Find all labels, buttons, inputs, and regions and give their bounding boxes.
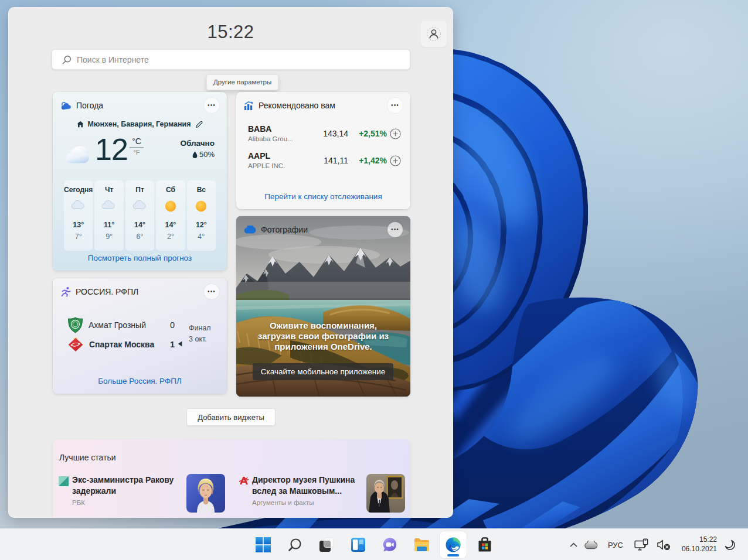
edge-button[interactable] bbox=[440, 531, 467, 558]
sports-more-link[interactable]: Больше Россия. РФПЛ bbox=[53, 377, 227, 385]
edge-icon bbox=[445, 537, 461, 553]
unit-fahrenheit[interactable]: °F bbox=[130, 148, 144, 156]
profile-avatar-button[interactable] bbox=[421, 21, 447, 47]
start-button[interactable] bbox=[250, 531, 277, 558]
photos-widget[interactable]: Фотографии ••• Оживите воспоминания, заг… bbox=[236, 216, 410, 397]
sports-title: РОССИЯ. РФПЛ bbox=[76, 287, 138, 296]
article-thumbnail bbox=[366, 474, 405, 513]
match-date: 3 окт. bbox=[189, 335, 211, 343]
cloudy-icon bbox=[71, 199, 86, 213]
aif-logo bbox=[239, 476, 249, 485]
tray-onedrive-button[interactable] bbox=[580, 535, 601, 554]
weather-cloud-icon bbox=[60, 101, 72, 110]
spartak-logo bbox=[67, 337, 84, 352]
forecast-day[interactable]: Сб 14° 2° bbox=[156, 180, 185, 251]
sports-widget[interactable]: РОССИЯ. РФПЛ ••• Ахмат Грозный 0 Спартак… bbox=[53, 278, 227, 394]
tray-date: 06.10.2021 bbox=[671, 544, 717, 554]
chat-icon bbox=[382, 537, 398, 553]
precipitation: 50% bbox=[199, 150, 215, 159]
add-to-watchlist-icon[interactable] bbox=[390, 128, 401, 139]
match-status: Финал bbox=[189, 324, 211, 332]
team1-name: Ахмат Грозный bbox=[89, 320, 165, 330]
weather-widget[interactable]: Погода ••• Мюнхен, Бавария, Германия bbox=[53, 92, 227, 271]
forecast-day[interactable]: Чт 11° 9° bbox=[94, 180, 123, 251]
moon-icon bbox=[725, 539, 736, 551]
team1-score: 0 bbox=[170, 320, 175, 330]
taskbar: РУС 15:22 06.10.2021 bbox=[0, 528, 748, 560]
task-view-icon bbox=[318, 537, 335, 553]
weather-more-button[interactable]: ••• bbox=[204, 98, 219, 113]
store-button[interactable] bbox=[471, 531, 498, 558]
store-icon bbox=[477, 537, 493, 553]
taskbar-search-button[interactable] bbox=[281, 531, 308, 558]
tray-focus-assist-button[interactable] bbox=[719, 535, 740, 554]
weather-location: Мюнхен, Бавария, Германия bbox=[87, 120, 191, 128]
widgets-button[interactable] bbox=[345, 531, 372, 558]
more-options-tooltip: Другие параметры bbox=[206, 74, 278, 90]
sunny-icon bbox=[164, 199, 178, 213]
stocks-more-button[interactable]: ••• bbox=[387, 98, 403, 113]
tray-language-button[interactable]: РУС bbox=[604, 535, 627, 554]
web-search-bar[interactable] bbox=[52, 49, 410, 70]
tray-time: 15:22 bbox=[671, 535, 717, 544]
edit-pencil-icon[interactable] bbox=[195, 121, 203, 128]
current-weather-cloud bbox=[65, 145, 93, 165]
tray-network-button[interactable] bbox=[630, 535, 652, 554]
taskbar-search-icon bbox=[287, 537, 302, 552]
weather-title: Погода bbox=[76, 101, 103, 110]
cloudy-icon bbox=[101, 199, 117, 213]
panel-clock: 15:22 bbox=[8, 22, 453, 43]
sports-more-button[interactable]: ••• bbox=[204, 284, 219, 299]
task-view-button[interactable] bbox=[313, 531, 340, 558]
droplet-icon bbox=[192, 151, 198, 158]
download-mobile-app-button[interactable]: Скачайте мобильное приложение bbox=[253, 363, 393, 380]
add-widgets-button[interactable]: Добавить виджеты bbox=[186, 408, 276, 426]
forecast-day[interactable]: Сегодня 13° 7° bbox=[64, 180, 93, 251]
match-team-row[interactable]: Ахмат Грозный 0 bbox=[67, 317, 165, 333]
article-thumbnail bbox=[186, 474, 225, 513]
file-explorer-button[interactable] bbox=[408, 531, 435, 558]
news-article[interactable]: Экс-замминистра Ракову задержали РБК bbox=[59, 474, 225, 515]
photos-title: Фотографии bbox=[261, 225, 308, 234]
current-temp: 12 bbox=[95, 132, 128, 167]
weather-location-row[interactable]: Мюнхен, Бавария, Германия bbox=[53, 120, 227, 128]
file-explorer-icon bbox=[413, 537, 430, 552]
team2-name: Спартак Москва bbox=[89, 340, 165, 349]
cloudy-icon bbox=[132, 199, 148, 213]
team2-score: 1 bbox=[170, 340, 175, 349]
network-monitor-icon bbox=[634, 538, 649, 551]
stocks-watchlist-link[interactable]: Перейти к списку отслеживания bbox=[236, 192, 410, 201]
volume-muted-icon bbox=[657, 539, 671, 551]
forecast-row: Сегодня 13° 7° Чт 11° 9° Пт 1 bbox=[64, 180, 216, 251]
news-article[interactable]: Директор музея Пушкина вслед за Машковым… bbox=[239, 474, 405, 515]
stocks-chart-icon bbox=[244, 101, 254, 111]
widgets-icon bbox=[350, 537, 366, 553]
match-team-row[interactable]: Спартак Москва 1 bbox=[67, 336, 165, 352]
search-input[interactable] bbox=[77, 55, 382, 64]
stocks-widget[interactable]: Рекомендовано вам ••• BABA Alibaba Grou.… bbox=[236, 92, 410, 209]
chat-button[interactable] bbox=[376, 531, 403, 558]
add-to-watchlist-icon[interactable] bbox=[390, 155, 401, 166]
windows-logo-icon bbox=[255, 537, 271, 553]
winner-indicator-icon bbox=[178, 341, 182, 347]
stock-row[interactable]: BABA Alibaba Grou... 143,14 +2,51% bbox=[248, 124, 401, 144]
search-icon bbox=[62, 55, 72, 64]
person-icon bbox=[425, 25, 443, 43]
forecast-day[interactable]: Пт 14° 6° bbox=[125, 180, 154, 251]
news-header: Лучшие статьи bbox=[59, 453, 116, 462]
weather-condition: Облачно bbox=[181, 139, 215, 148]
weather-full-forecast-link[interactable]: Посмотреть полный прогноз bbox=[53, 254, 227, 262]
tray-cloud-icon bbox=[584, 541, 598, 549]
chevron-up-icon bbox=[570, 542, 577, 547]
widgets-panel: 15:22 Другие параметры Погода ••• bbox=[8, 7, 453, 518]
news-section: Лучшие статьи Экс-замминистра Ракову зад… bbox=[53, 439, 410, 518]
tray-clock[interactable]: 15:22 06.10.2021 bbox=[671, 535, 717, 554]
stock-row[interactable]: AAPL APPLE INC. 141,11 +1,42% bbox=[248, 151, 401, 171]
runner-icon bbox=[60, 286, 71, 297]
unit-celsius[interactable]: °C bbox=[130, 136, 144, 148]
onedrive-cloud-icon bbox=[244, 226, 256, 234]
home-icon bbox=[77, 121, 84, 128]
rbc-logo bbox=[59, 476, 69, 486]
forecast-day[interactable]: Вс 12° 4° bbox=[187, 180, 216, 251]
photos-more-button[interactable]: ••• bbox=[387, 222, 403, 237]
